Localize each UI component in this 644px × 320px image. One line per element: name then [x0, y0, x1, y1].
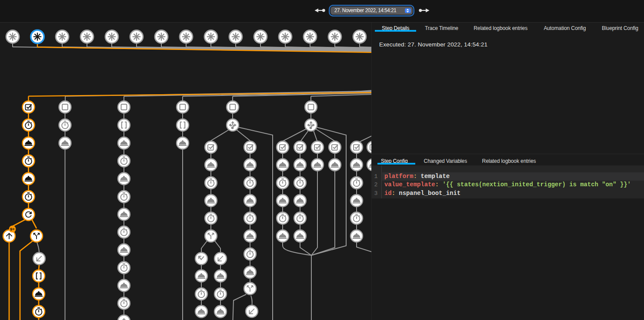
svg-text:9+: 9+ [10, 227, 15, 231]
